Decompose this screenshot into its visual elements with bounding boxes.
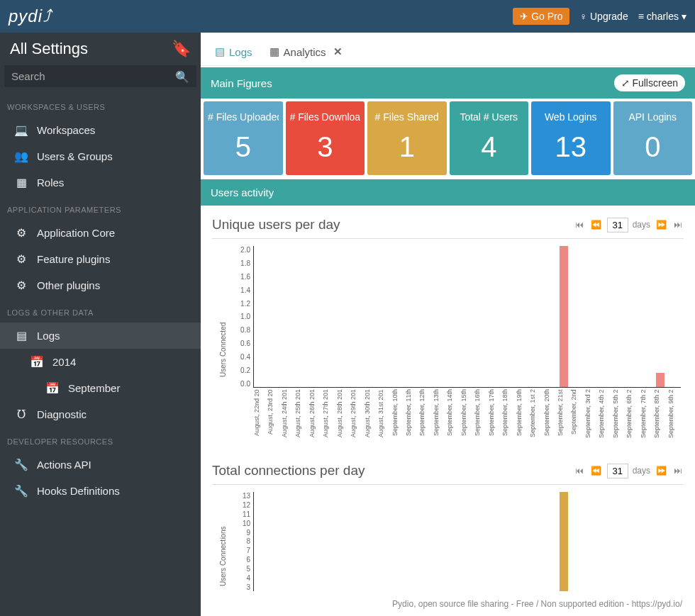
card-value: 5	[208, 130, 279, 164]
section-workspaces-users: WORKSPACES & USERS	[0, 93, 201, 117]
chart-unique-users: Unique users per day ⏮ ⏪ days ⏩ ⏭ Users …	[201, 206, 695, 452]
card-value: 13	[535, 130, 606, 164]
gear-icon: ⚙	[14, 226, 28, 240]
book-icon: ▤	[14, 329, 28, 342]
card-title: # Files Shared	[372, 107, 443, 130]
y-ticks: 131211109876543	[235, 492, 250, 591]
metric-card[interactable]: # Files Shared1	[367, 101, 447, 175]
card-value: 1	[372, 130, 443, 164]
gear-icon: ⚙	[14, 252, 28, 266]
sidebar-item-logs[interactable]: ▤ Logs	[0, 323, 201, 349]
nav-prev-icon[interactable]: ⏪	[589, 220, 603, 230]
laptop-icon: 💻	[14, 123, 28, 137]
plot-area	[253, 246, 681, 388]
topbar-right: ✈ Go Pro ♀ Upgrade ≡ charles ▾	[513, 8, 686, 25]
x-labels: August, 22nd 20August, 23rd 20August, 24…	[253, 389, 681, 452]
y-axis-label: Users Connected	[219, 323, 227, 377]
sidebar: All Settings 🔖 🔍 WORKSPACES & USERS 💻 Wo…	[0, 33, 201, 616]
nav-last-icon[interactable]: ⏭	[672, 220, 684, 230]
tab-bar: ▤ Logs ▦ Analytics ✕	[201, 33, 695, 66]
search-icon: 🔍	[175, 70, 189, 84]
sidebar-title: All Settings 🔖	[0, 33, 201, 65]
chart-title: Unique users per day	[212, 217, 340, 233]
wrench-icon: 🔧	[14, 458, 28, 471]
days-input[interactable]	[607, 464, 628, 478]
sidebar-item-feature-plugins[interactable]: ⚙ Feature plugins	[0, 246, 201, 272]
section-app-params: APPLICATION PARAMETERS	[0, 196, 201, 220]
card-title: API Logins	[618, 107, 689, 130]
bookmark-icon[interactable]: 🔖	[172, 40, 191, 58]
expand-icon: ⤢	[621, 77, 630, 89]
sidebar-item-hooks[interactable]: 🔧 Hooks Definitions	[0, 478, 201, 504]
sidebar-item-2014[interactable]: 📅 2014	[0, 349, 201, 375]
content: ▤ Logs ▦ Analytics ✕ Main Figures ⤢ Full…	[201, 33, 695, 616]
y-axis-label: Users Connections	[219, 526, 227, 586]
section-logs: LOGS & OTHER DATA	[0, 298, 201, 323]
sidebar-item-app-core[interactable]: ⚙ Application Core	[0, 220, 201, 246]
sidebar-item-other-plugins[interactable]: ⚙ Other plugins	[0, 272, 201, 298]
metric-card[interactable]: API Logins0	[613, 101, 693, 175]
sidebar-item-diagnostic[interactable]: ℧ Diagnostic	[0, 401, 201, 427]
chart-pager: ⏮ ⏪ days ⏩ ⏭	[574, 218, 684, 233]
search-wrap: 🔍	[0, 65, 201, 93]
calendar-icon: 📅	[30, 355, 44, 369]
metric-card[interactable]: # Files Uploaded5	[204, 101, 283, 175]
close-icon[interactable]: ✕	[333, 45, 343, 58]
days-label: days	[633, 466, 650, 476]
sidebar-item-workspaces[interactable]: 💻 Workspaces	[0, 117, 201, 143]
bulb-icon: ♀	[579, 11, 587, 22]
footer-note: Pydio, open source file sharing - Free /…	[389, 598, 685, 610]
card-title: Total # Users	[454, 107, 525, 130]
metric-card[interactable]: # Files Downloa3	[286, 101, 365, 175]
card-title: # Files Downloa	[290, 107, 361, 130]
chart-title: Total connections per day	[212, 463, 365, 478]
sidebar-item-september[interactable]: 📅 September	[0, 375, 201, 401]
section-users-activity: Users activity	[201, 179, 695, 206]
metric-cards: # Files Uploaded5# Files Downloa3# Files…	[201, 99, 695, 178]
metric-card[interactable]: Total # Users4	[450, 101, 529, 175]
nav-first-icon[interactable]: ⏮	[574, 466, 585, 476]
card-title: # Files Uploaded	[208, 107, 279, 130]
user-menu[interactable]: ≡ charles ▾	[638, 11, 686, 22]
chart-canvas: Users Connected 2.01.81.61.41.21.00.80.6…	[212, 239, 684, 452]
plot-area	[253, 492, 681, 591]
logo[interactable]: pydi⤴	[9, 6, 52, 26]
tab-analytics[interactable]: ▦ Analytics ✕	[267, 41, 345, 65]
nav-last-icon[interactable]: ⏭	[672, 466, 684, 476]
sidebar-item-actions-api[interactable]: 🔧 Actions API	[0, 452, 201, 478]
card-title: Web Logins	[535, 107, 606, 130]
caret-down-icon: ▾	[682, 11, 686, 22]
fullscreen-button[interactable]: ⤢ Fullscreen	[614, 74, 685, 91]
metric-card[interactable]: Web Logins13	[531, 101, 611, 175]
sidebar-item-users-groups[interactable]: 👥 Users & Groups	[0, 143, 201, 169]
section-dev-resources: DEVELOPER RESOURCES	[0, 427, 201, 452]
nav-prev-icon[interactable]: ⏪	[589, 466, 603, 476]
go-pro-button[interactable]: ✈ Go Pro	[513, 8, 569, 25]
days-label: days	[633, 220, 650, 230]
menu-icon: ≡	[638, 11, 644, 22]
y-ticks: 2.01.81.61.41.21.00.80.60.40.20.0	[235, 246, 250, 388]
days-input[interactable]	[607, 218, 628, 233]
sidebar-item-roles[interactable]: ▦ Roles	[0, 169, 201, 196]
section-main-figures: Main Figures ⤢ Fullscreen	[201, 67, 695, 99]
chart-canvas: Users Connections 131211109876543	[212, 485, 684, 591]
stethoscope-icon: ℧	[14, 408, 28, 421]
chart-icon: ▦	[269, 45, 279, 58]
grid-icon: ▦	[14, 176, 28, 189]
upgrade-link[interactable]: ♀ Upgrade	[579, 11, 628, 22]
gear-icon: ⚙	[14, 279, 28, 292]
nav-next-icon[interactable]: ⏩	[655, 466, 668, 476]
wrench-icon: 🔧	[14, 484, 28, 498]
calendar-icon: 📅	[45, 381, 60, 395]
card-value: 3	[290, 130, 361, 164]
chart-pager: ⏮ ⏪ days ⏩ ⏭	[574, 464, 684, 478]
chart-total-connections: Total connections per day ⏮ ⏪ days ⏩ ⏭ U…	[201, 452, 695, 591]
book-icon: ▤	[215, 45, 225, 58]
topbar: pydi⤴ ✈ Go Pro ♀ Upgrade ≡ charles ▾	[0, 0, 695, 33]
nav-first-icon[interactable]: ⏮	[574, 220, 585, 230]
card-value: 4	[454, 130, 525, 164]
tab-logs[interactable]: ▤ Logs	[212, 41, 255, 65]
search-input[interactable]	[4, 65, 196, 87]
nav-next-icon[interactable]: ⏩	[655, 220, 668, 230]
users-icon: 👥	[14, 150, 28, 163]
